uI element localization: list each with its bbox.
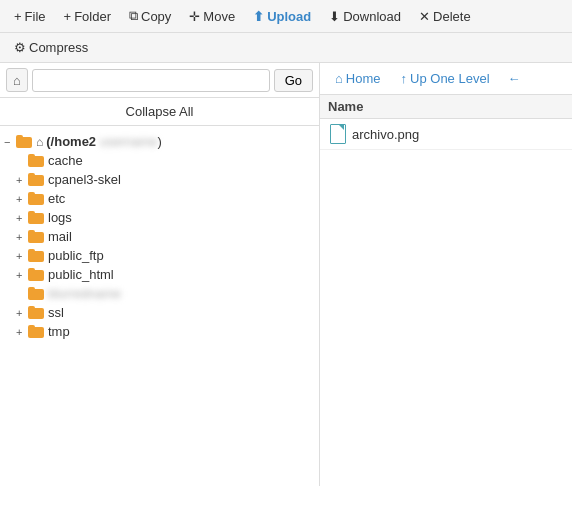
plus-icon: + [64,9,72,24]
download-icon: ⬇ [329,9,340,24]
delete-button[interactable]: ✕ Delete [411,5,479,28]
delete-label: Delete [433,9,471,24]
home-right-icon: ⌂ [335,71,343,86]
tree-item-cache[interactable]: cache [4,151,315,170]
home-icon: ⌂ [13,73,21,88]
move-label: Move [203,9,235,24]
tree-toggle[interactable]: − [4,136,16,148]
tree-item-logs[interactable]: + logs [4,208,315,227]
back-icon: ← [508,71,521,86]
right-toolbar: ⌂ Home ↑ Up One Level ← [320,63,572,95]
folder-icon-cpanel3 [28,173,44,186]
home-right-button[interactable]: ⌂ Home [328,68,388,89]
delete-icon: ✕ [419,9,430,24]
compress-label: Compress [29,40,88,55]
up-icon: ↑ [401,71,408,86]
copy-icon: ⧉ [129,8,138,24]
folder-icon-etc [28,192,44,205]
copy-label: Copy [141,9,171,24]
file-label: File [25,9,46,24]
left-panel: ⌂ Go Collapse All − ⌂ (/home2 username ) [0,63,320,486]
tree-item-blurred[interactable]: blurredname [4,284,315,303]
move-button[interactable]: ✛ Move [181,5,243,28]
back-button[interactable]: ← [503,68,526,89]
tree-toggle-public-html[interactable]: + [16,269,28,281]
tree-toggle-tmp[interactable]: + [16,326,28,338]
tree-item-public-ftp[interactable]: + public_ftp [4,246,315,265]
folder-icon [16,135,32,148]
home-address-button[interactable]: ⌂ [6,68,28,92]
tree-label-blurred: blurredname [48,286,121,301]
tree-item-mail[interactable]: + mail [4,227,315,246]
tree-toggle-blurred [16,288,28,300]
address-bar: ⌂ Go [0,63,319,98]
tree-label-public-ftp: public_ftp [48,248,104,263]
compress-button[interactable]: ⚙ Compress [6,36,96,59]
folder-button[interactable]: + Folder [56,5,119,28]
home-glyph: ⌂ [36,135,43,149]
folder-icon-cache [28,154,44,167]
tree-item-ssl[interactable]: + ssl [4,303,315,322]
main-content: ⌂ Go Collapse All − ⌂ (/home2 username ) [0,63,572,486]
file-button[interactable]: + File [6,5,54,28]
go-button[interactable]: Go [274,69,313,92]
upload-label: Upload [267,9,311,24]
file-tree: − ⌂ (/home2 username ) cache + cpanel3-s… [0,126,319,486]
folder-icon-blurred [28,287,44,300]
tree-label-tmp: tmp [48,324,70,339]
tree-label-user-blurred: username [96,134,157,149]
collapse-all-button[interactable]: Collapse All [0,98,319,126]
tree-label-home: (/home2 [46,134,96,149]
move-icon: ✛ [189,9,200,24]
tree-toggle-mail[interactable]: + [16,231,28,243]
copy-button[interactable]: ⧉ Copy [121,4,179,28]
compress-icon: ⚙ [14,40,26,55]
tree-label-close-paren: ) [158,134,162,149]
folder-icon-public-ftp [28,249,44,262]
tree-label-logs: logs [48,210,72,225]
download-label: Download [343,9,401,24]
tree-label-public-html: public_html [48,267,114,282]
tree-item-etc[interactable]: + etc [4,189,315,208]
file-row[interactable]: archivo.png [320,119,572,150]
folder-icon-public-html [28,268,44,281]
tree-toggle-public-ftp[interactable]: + [16,250,28,262]
plus-icon: + [14,9,22,24]
tree-item-home[interactable]: − ⌂ (/home2 username ) [4,132,315,151]
upload-button[interactable]: ⬆ Upload [245,5,319,28]
tree-item-tmp[interactable]: + tmp [4,322,315,341]
tree-item-public-html[interactable]: + public_html [4,265,315,284]
file-name: archivo.png [352,127,419,142]
tree-toggle-cpanel3[interactable]: + [16,174,28,186]
file-icon-png [328,124,346,144]
path-input[interactable] [32,69,270,92]
tree-label-etc: etc [48,191,65,206]
name-column-header: Name [328,99,363,114]
tree-label-ssl: ssl [48,305,64,320]
toolbar-row1: + File + Folder ⧉ Copy ✛ Move ⬆ Upload ⬇… [0,0,572,33]
tree-label-cpanel3: cpanel3-skel [48,172,121,187]
tree-label-cache: cache [48,153,83,168]
download-button[interactable]: ⬇ Download [321,5,409,28]
file-list: archivo.png [320,119,572,486]
upload-icon: ⬆ [253,9,264,24]
folder-icon-logs [28,211,44,224]
up-one-level-label: Up One Level [410,71,490,86]
home-right-label: Home [346,71,381,86]
tree-toggle-etc[interactable]: + [16,193,28,205]
tree-toggle-logs[interactable]: + [16,212,28,224]
folder-icon-mail [28,230,44,243]
file-list-header: Name [320,95,572,119]
tree-toggle-ssl[interactable]: + [16,307,28,319]
tree-item-cpanel3[interactable]: + cpanel3-skel [4,170,315,189]
tree-toggle-cache [16,155,28,167]
right-panel: ⌂ Home ↑ Up One Level ← Name archivo.png [320,63,572,486]
folder-label: Folder [74,9,111,24]
up-one-level-button[interactable]: ↑ Up One Level [394,68,497,89]
folder-icon-ssl [28,306,44,319]
toolbar-row2: ⚙ Compress [0,33,572,63]
folder-icon-tmp [28,325,44,338]
tree-label-mail: mail [48,229,72,244]
